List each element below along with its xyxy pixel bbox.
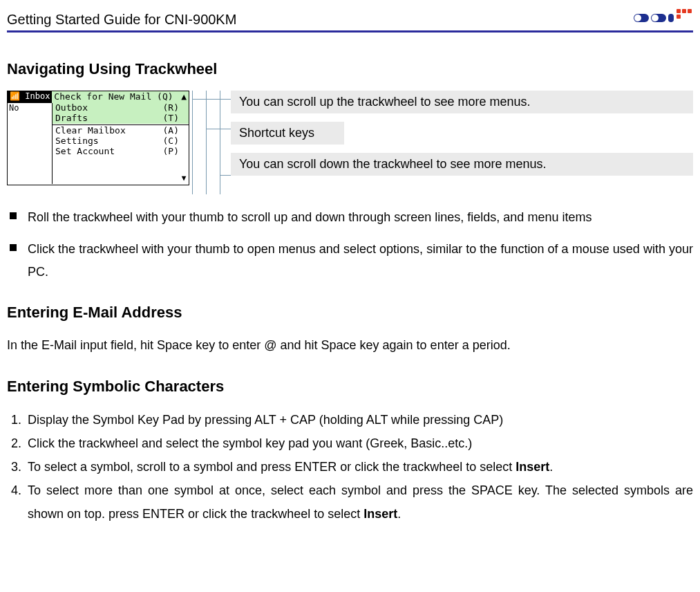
section3-heading: Entering Symbolic Characters xyxy=(7,378,693,396)
svg-rect-2 xyxy=(668,14,674,22)
callout-shortcut-keys: Shortcut keys xyxy=(231,122,344,145)
scr-menu-item: Settings(C) xyxy=(53,136,189,147)
list-item: To select a symbol, scroll to a symbol a… xyxy=(25,455,693,479)
scr-menu-item: Set Account(P) xyxy=(53,147,189,157)
trackwheel-diagram: 📶 Inbox Check for New Mail (Q) ▲ No Outb… xyxy=(7,91,693,185)
list-item: Roll the trackwheel with your thumb to s… xyxy=(7,206,693,228)
section3-steps: Display the Symbol Key Pad by pressing A… xyxy=(7,408,693,526)
section2-body: In the E-Mail input field, hit Space key… xyxy=(7,334,693,356)
svg-rect-8 xyxy=(677,15,681,19)
up-arrow-icon: ▲ xyxy=(181,92,187,102)
svg-rect-6 xyxy=(682,9,686,13)
scr-menu-item: Outbox(R) xyxy=(53,103,189,113)
scr-sidebar-header: 📶 Inbox xyxy=(8,91,52,103)
svg-rect-7 xyxy=(688,9,692,13)
callout-scroll-up: You can scroll up the trackwheel to see … xyxy=(231,91,693,113)
scr-menu-item: Clear Mailbox(A) xyxy=(53,126,189,136)
page-header: Getting Started Guide for CNI-900KM xyxy=(7,7,693,33)
list-item: Click the trackwheel with your thumb to … xyxy=(7,238,693,283)
scr-menu: Outbox(R)Drafts(T)Clear Mailbox(A)Settin… xyxy=(53,103,189,184)
section1-bullets: Roll the trackwheel with your thumb to s… xyxy=(7,206,693,283)
svg-rect-5 xyxy=(677,9,681,13)
list-item: Display the Symbol Key Pad by pressing A… xyxy=(25,408,693,432)
header-title: Getting Started Guide for CNI-900KM xyxy=(7,12,236,28)
list-item: To select more than one symbol at once, … xyxy=(25,479,693,526)
scr-top-action: Check for New Mail (Q) xyxy=(54,92,173,102)
callout-scroll-down: You can scroll down the trackwheel to se… xyxy=(231,153,693,176)
scr-menu-item: Drafts(T) xyxy=(53,113,189,124)
svg-point-4 xyxy=(652,15,659,21)
section2-heading: Entering E-Mail Address xyxy=(7,304,693,322)
connector-lines xyxy=(189,91,231,185)
list-item: Click the trackwheel and select the symb… xyxy=(25,432,693,455)
section1-heading: Navigating Using Trackwheel xyxy=(7,60,693,78)
svg-point-3 xyxy=(634,15,641,21)
scroll-down-icon: ▼ xyxy=(182,174,187,183)
logo xyxy=(634,7,693,28)
scr-sidebar-body: No xyxy=(8,103,53,184)
device-screenshot: 📶 Inbox Check for New Mail (Q) ▲ No Outb… xyxy=(7,91,189,185)
